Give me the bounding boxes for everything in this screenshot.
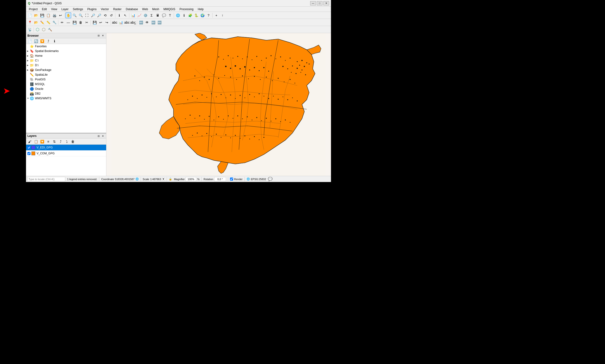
tb-label3[interactable]: abc̲ <box>130 20 136 25</box>
minimize-button[interactable]: — <box>310 1 316 5</box>
tb-pencil[interactable]: ✏ <box>59 20 65 25</box>
chat-icon[interactable]: 💬 <box>268 177 273 181</box>
tb-new[interactable]: 📄 <box>27 13 33 18</box>
tree-geopackage[interactable]: ▶ 📦 GeoPackage <box>26 68 106 72</box>
close-button[interactable]: ✕ <box>323 1 329 5</box>
render-checkbox[interactable] <box>230 178 233 181</box>
tb-zoom-layer[interactable]: 🔎 <box>90 13 96 18</box>
tb-3d-cube1[interactable]: ⬡ <box>35 27 40 32</box>
tree-postgis[interactable]: 🐘 PostGIS <box>26 77 106 82</box>
tb-cut[interactable]: ✂ <box>84 20 90 25</box>
browser-refresh[interactable]: 🔄 <box>33 38 39 44</box>
tree-spatial-bookmarks[interactable]: ▶ 🔖 Spatial Bookmarks <box>26 49 106 53</box>
menu-plugins[interactable]: Plugins <box>85 7 98 11</box>
tb-label4[interactable]: 🔤 <box>138 20 144 25</box>
tb-open[interactable]: 📂 <box>33 13 39 18</box>
menu-mmqgis[interactable]: MMQGIS <box>161 7 177 11</box>
tb-sigma[interactable]: Σ <box>149 13 154 18</box>
rotation-input[interactable] <box>214 177 226 181</box>
tb-edit[interactable]: ✏️ <box>39 20 45 25</box>
tb-undo[interactable]: ↩ <box>58 13 63 18</box>
browser-collapse-all[interactable]: ⤴ <box>45 38 51 44</box>
menu-edit[interactable]: Edit <box>40 7 49 11</box>
menu-view[interactable]: View <box>49 7 59 11</box>
browser-info[interactable]: ℹ <box>52 38 57 44</box>
tb-print[interactable]: 🖨️ <box>52 13 57 18</box>
menu-layer[interactable]: Layer <box>60 7 70 11</box>
menu-raster[interactable]: Raster <box>111 7 123 11</box>
tb-3d-tool[interactable]: 🔨 <box>47 27 53 32</box>
browser-collapse[interactable]: ⊟ <box>97 34 101 38</box>
tb-undo2[interactable]: ↩ <box>98 20 104 25</box>
tree-c-drive[interactable]: ▶ 📁 C:\ <box>26 58 106 63</box>
layers-expand2[interactable]: ⤵ <box>64 139 69 144</box>
menu-database[interactable]: Database <box>124 7 140 11</box>
tree-spatialite[interactable]: ✏️ SpatiaLite <box>26 72 106 77</box>
tb-current-edits[interactable]: 📍 <box>27 20 33 25</box>
menu-processing[interactable]: Processing <box>178 7 195 11</box>
tb-delete[interactable]: 🗑 <box>78 20 83 25</box>
tb-zoom-select[interactable]: 🔎 <box>96 13 102 18</box>
tb-advanced[interactable]: 🔧 <box>52 20 57 25</box>
tb-layer-edits[interactable]: 📂 <box>33 20 39 25</box>
tree-mssql[interactable]: 🗄️ MSSQL <box>26 82 106 87</box>
tb-line[interactable]: — <box>66 20 71 25</box>
menu-vector[interactable]: Vector <box>99 7 111 11</box>
tb-help[interactable]: ? <box>206 13 211 18</box>
layer-v-edi-gpg[interactable]: V_EDI_GPG <box>26 145 106 151</box>
menu-help[interactable]: Help <box>196 7 206 11</box>
tb-diagram[interactable]: 📊 <box>118 20 124 25</box>
layers-paint[interactable]: 🖌 <box>27 139 33 144</box>
layers-expand[interactable]: ⤴ <box>58 139 63 144</box>
scale-dropdown[interactable]: ▼ <box>162 178 165 181</box>
tb-pan-map[interactable]: ⟲ <box>102 13 108 18</box>
tb-open-attr[interactable]: 📊 <box>130 13 136 18</box>
tb-refresh[interactable]: ↺ <box>108 13 114 18</box>
browser-close[interactable]: ✕ <box>101 34 105 38</box>
tb-calc[interactable]: 🖩 <box>155 13 160 18</box>
tb-label[interactable]: abc <box>112 20 118 25</box>
tree-wms[interactable]: ▼ 🌐 WMS/WMTS <box>26 96 106 101</box>
layers-sort[interactable]: ⇅ <box>52 139 57 144</box>
menu-mesh[interactable]: Mesh <box>150 7 161 11</box>
tb-3d-1[interactable]: 📡 <box>27 27 33 32</box>
tb-zoom-out[interactable]: 🔍 <box>78 13 83 18</box>
tb-label5[interactable]: 🔤 <box>150 20 156 25</box>
tree-d-drive[interactable]: ▶ 📁 D:\ <box>26 63 106 68</box>
tb-preview[interactable]: 👁 <box>144 20 150 25</box>
browser-tree[interactable]: ⭐ Favorites ▶ 🔖 Spatial Bookmarks ▶ 🏠 Ho… <box>26 44 106 133</box>
tb-text[interactable]: T <box>167 13 173 18</box>
tree-db2[interactable]: 🗃️ DB2 <box>26 91 106 96</box>
tb-stats[interactable]: 📈 <box>136 13 142 18</box>
layers-filter2[interactable]: ≡ <box>45 139 51 144</box>
locate-input[interactable] <box>27 177 65 182</box>
tb-info[interactable]: ℹ <box>181 13 187 18</box>
tb-plugin[interactable]: 🧩 <box>187 13 193 18</box>
layer-v-com-gpg[interactable]: V_COM_GPG <box>26 151 106 156</box>
tb-save[interactable]: 💾 <box>39 13 45 18</box>
tb-3d-cube2[interactable]: ⬡ <box>41 27 47 32</box>
browser-filter[interactable]: 🔽 <box>39 38 45 44</box>
tb-identify[interactable]: ℹ <box>116 13 122 18</box>
tb-redo[interactable]: ↪ <box>104 20 110 25</box>
tb-select[interactable]: ↖ <box>122 13 128 18</box>
layer-v-com-gpg-checkbox[interactable] <box>27 152 30 155</box>
layers-filter[interactable]: 🔽 <box>39 139 45 144</box>
tb-save2[interactable]: 💾 <box>72 20 77 25</box>
tb-msg[interactable]: 💬 <box>161 13 167 18</box>
layers-add[interactable]: 📋 <box>33 139 39 144</box>
tb-globe2[interactable]: 🌍 <box>199 13 205 18</box>
tb-globe[interactable]: 🌐 <box>175 13 181 18</box>
tb-north[interactable]: ↑ <box>220 13 225 18</box>
tb-python[interactable]: 🐍 <box>193 13 199 18</box>
tree-home[interactable]: ▶ 🏠 Home <box>26 53 106 58</box>
tree-favorites[interactable]: ⭐ Favorites <box>26 44 106 49</box>
layers-collapse[interactable]: ⊟ <box>97 134 101 138</box>
menu-project[interactable]: Project <box>27 7 39 11</box>
tb-settings2[interactable]: ⚙️ <box>143 13 148 18</box>
layers-remove[interactable]: 🗑 <box>70 139 76 144</box>
layers-close[interactable]: ✕ <box>101 134 105 138</box>
tree-oracle[interactable]: 🔵 Oracle <box>26 87 106 91</box>
tb-zoom-in[interactable]: 🔍 <box>72 13 77 18</box>
map-canvas[interactable] <box>106 33 331 176</box>
